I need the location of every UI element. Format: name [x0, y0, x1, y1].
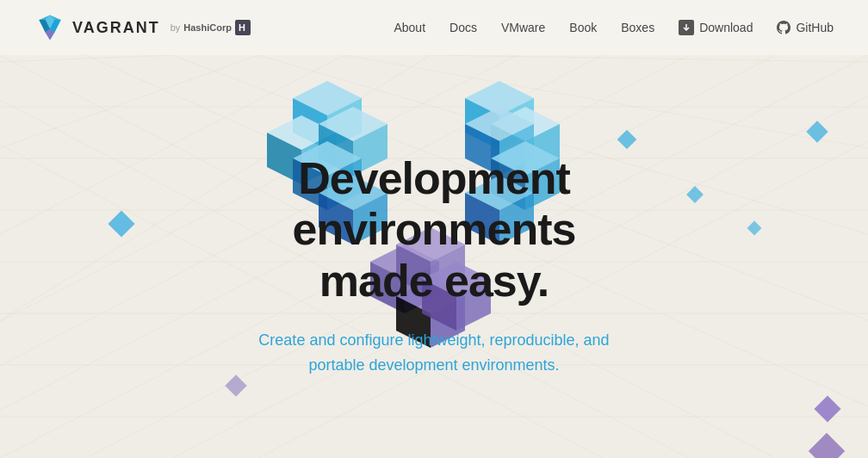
github-icon	[777, 21, 790, 34]
hero-section: Development environments made easy. Crea…	[0, 55, 868, 458]
vagrant-logo-icon	[34, 12, 65, 43]
by-hashicorp: by HashiCorp H	[170, 20, 251, 35]
hero-content: Development environments made easy. Crea…	[253, 136, 615, 378]
nav-vmware[interactable]: VMware	[501, 21, 545, 34]
svg-rect-40	[686, 186, 704, 203]
svg-line-21	[344, 55, 868, 148]
nav-download[interactable]: Download	[679, 20, 753, 35]
svg-marker-45	[293, 81, 362, 115]
nav-about[interactable]: About	[394, 21, 425, 34]
svg-rect-41	[747, 221, 762, 236]
svg-rect-37	[108, 210, 134, 237]
hero-subtitle: Create and configure lightweight, reprod…	[253, 328, 615, 378]
svg-line-35	[0, 55, 258, 148]
svg-rect-38	[225, 374, 246, 396]
svg-rect-42	[806, 121, 828, 142]
hero-title: Development environments made easy.	[253, 153, 615, 307]
nav-docs[interactable]: Docs	[450, 21, 477, 34]
svg-line-36	[0, 55, 172, 62]
svg-rect-43	[814, 395, 840, 422]
header: VAGRANT by HashiCorp H About Docs VMware…	[0, 0, 868, 55]
download-icon	[679, 20, 694, 35]
hashicorp-label: HashiCorp	[183, 22, 232, 33]
svg-rect-39	[617, 130, 637, 150]
svg-rect-44	[809, 433, 845, 458]
hashicorp-icon: H	[235, 20, 251, 35]
nav-boxes[interactable]: Boxes	[621, 21, 654, 34]
logo-text: VAGRANT	[72, 19, 160, 37]
svg-text:H: H	[239, 22, 245, 33]
svg-line-22	[431, 55, 868, 62]
logo-area: VAGRANT by HashiCorp H	[34, 12, 251, 43]
svg-marker-60	[465, 81, 534, 115]
nav-book[interactable]: Book	[569, 21, 597, 34]
nav-github[interactable]: GitHub	[777, 21, 834, 34]
main-nav: About Docs VMware Book Boxes Download Gi…	[394, 20, 834, 35]
by-label: by	[170, 22, 181, 33]
